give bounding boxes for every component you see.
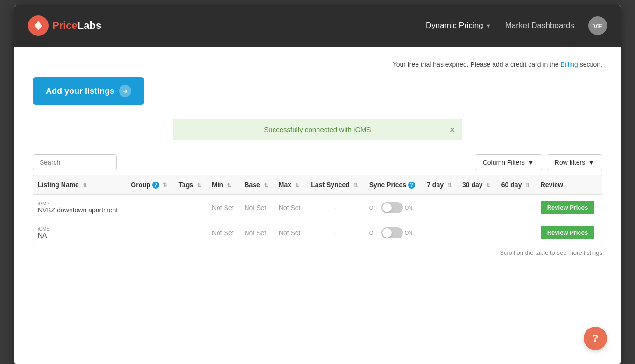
- table-row: iGMS NVKZ downtown apartment Not Set Not…: [33, 195, 602, 220]
- help-button[interactable]: ?: [584, 327, 607, 350]
- logo[interactable]: PriceLabs: [28, 15, 101, 36]
- review-prices-button[interactable]: Review Prices: [541, 226, 594, 239]
- 7day-cell: [422, 195, 458, 220]
- group-cell: [126, 195, 174, 220]
- sort-icon: ⇅: [227, 182, 231, 188]
- base-cell: Not Set: [240, 220, 274, 245]
- info-icon[interactable]: ?: [152, 182, 159, 189]
- sort-icon: ⇅: [264, 182, 268, 188]
- source-badge: iGMS: [38, 226, 121, 231]
- col-sync-prices: Sync Prices ?: [365, 175, 422, 195]
- review-cell: Review Prices: [536, 220, 602, 245]
- logo-icon: [28, 15, 49, 36]
- column-filters-button[interactable]: Column Filters ▼: [475, 154, 542, 170]
- logo-text: PriceLabs: [52, 20, 101, 32]
- min-cell: Not Set: [207, 220, 240, 245]
- 7day-cell: [422, 220, 458, 245]
- toggle-on-label: ON: [405, 230, 413, 236]
- nav-dynamic-pricing[interactable]: Dynamic Pricing ▼: [426, 21, 491, 30]
- col-group: Group ? ⇅: [126, 175, 174, 195]
- 60day-cell: [497, 195, 536, 220]
- row-filters-button[interactable]: Row filters ▼: [547, 154, 602, 170]
- sort-icon: ⇅: [353, 182, 358, 188]
- chevron-down-icon: ▼: [486, 23, 491, 28]
- arrow-right-icon: ➜: [119, 85, 131, 97]
- sort-icon: ⇅: [163, 182, 167, 188]
- col-review: Review: [536, 175, 602, 195]
- source-badge: iGMS: [38, 201, 121, 206]
- toggle-thumb: [382, 228, 392, 238]
- success-banner: Successfully connected with iGMS ✕: [173, 119, 462, 140]
- filter-buttons: Column Filters ▼ Row filters ▼: [475, 154, 602, 170]
- col-tags: Tags ⇅: [174, 175, 207, 195]
- col-60day: 60 day ⇅: [497, 175, 536, 195]
- review-prices-button[interactable]: Review Prices: [541, 201, 594, 214]
- table-footer-note: Scroll on the table to see more listings: [33, 249, 602, 256]
- main-content: Your free trial has expired. Please add …: [14, 47, 621, 364]
- search-input[interactable]: [33, 154, 117, 170]
- sync-prices-cell: OFF ON: [365, 195, 422, 220]
- max-cell: Not Set: [274, 220, 307, 245]
- review-cell: Review Prices: [536, 195, 602, 220]
- listings-table: Listing Name ⇅ Group ? ⇅ Tags: [33, 175, 602, 245]
- sort-icon: ⇅: [486, 182, 490, 188]
- main-nav: Dynamic Pricing ▼ Market Dashboards VF: [426, 16, 607, 35]
- toggle-on-label: ON: [405, 205, 413, 210]
- tags-cell: [174, 195, 207, 220]
- listing-name-cell: iGMS NVKZ downtown apartment: [33, 195, 126, 220]
- add-listings-button[interactable]: Add your listings ➜: [33, 77, 144, 105]
- listing-name: NVKZ downtown apartment: [38, 206, 118, 214]
- trial-banner: Your free trial has expired. Please add …: [33, 61, 602, 68]
- 60day-cell: [497, 220, 536, 245]
- min-cell: Not Set: [207, 195, 240, 220]
- toggle-off-label: OFF: [369, 230, 380, 236]
- app-header: PriceLabs Dynamic Pricing ▼ Market Dashb…: [14, 5, 621, 47]
- chevron-down-icon: ▼: [588, 159, 594, 166]
- nav-market-dashboards[interactable]: Market Dashboards: [505, 21, 574, 30]
- base-cell: Not Set: [240, 195, 274, 220]
- table-controls: Column Filters ▼ Row filters ▼: [33, 154, 602, 170]
- last-synced-cell: -: [306, 220, 364, 245]
- listings-table-wrapper: Listing Name ⇅ Group ? ⇅ Tags: [33, 175, 602, 245]
- sort-icon: ⇅: [295, 182, 299, 188]
- col-base: Base ⇅: [240, 175, 274, 195]
- 30day-cell: [458, 220, 497, 245]
- chevron-down-icon: ▼: [528, 159, 534, 166]
- billing-link[interactable]: Billing: [561, 61, 578, 68]
- toggle-off-label: OFF: [369, 205, 380, 210]
- 30day-cell: [458, 195, 497, 220]
- sync-prices-toggle[interactable]: [381, 202, 403, 213]
- sort-icon: ⇅: [447, 182, 452, 188]
- toggle-wrap: OFF ON: [369, 227, 417, 238]
- avatar[interactable]: VF: [588, 16, 607, 35]
- table-row: iGMS NA Not Set Not Set Not Set - OFF: [33, 220, 602, 245]
- sync-prices-cell: OFF ON: [365, 220, 422, 245]
- close-icon[interactable]: ✕: [449, 125, 455, 134]
- col-last-synced: Last Synced ⇅: [306, 175, 364, 195]
- info-icon[interactable]: ?: [408, 182, 415, 189]
- sort-icon: ⇅: [525, 182, 529, 188]
- sync-prices-toggle[interactable]: [381, 227, 403, 238]
- tags-cell: [174, 220, 207, 245]
- sort-icon: ⇅: [83, 182, 87, 188]
- toggle-wrap: OFF ON: [369, 202, 417, 213]
- col-30day: 30 day ⇅: [458, 175, 497, 195]
- table-header-row: Listing Name ⇅ Group ? ⇅ Tags: [33, 175, 602, 195]
- col-listing-name: Listing Name ⇅: [33, 175, 126, 195]
- last-synced-cell: -: [306, 195, 364, 220]
- col-min: Min ⇅: [207, 175, 240, 195]
- listing-name-cell: iGMS NA: [33, 220, 126, 245]
- sort-icon: ⇅: [197, 182, 201, 188]
- listing-name: NA: [38, 231, 47, 239]
- col-max: Max ⇅: [274, 175, 307, 195]
- toggle-thumb: [382, 203, 392, 212]
- col-7day: 7 day ⇅: [422, 175, 458, 195]
- group-cell: [126, 220, 174, 245]
- max-cell: Not Set: [274, 195, 307, 220]
